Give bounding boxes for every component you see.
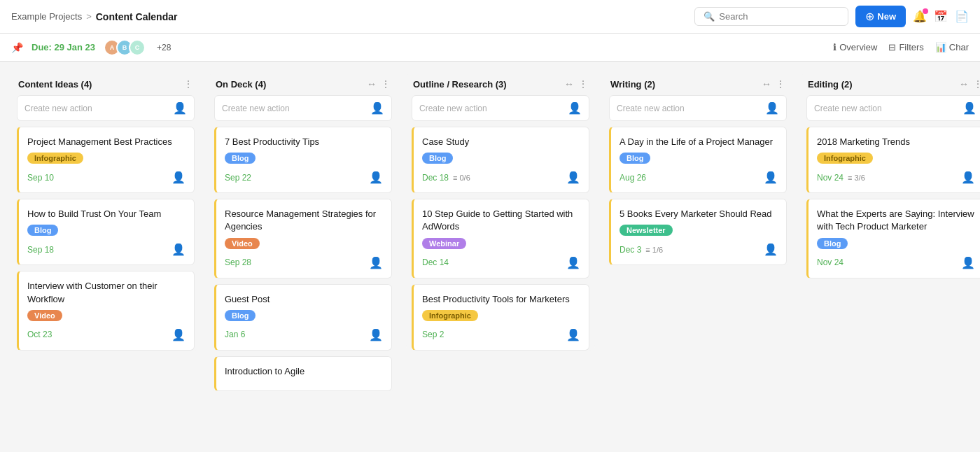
column-header: Editing (2) ↔ ⋮: [801, 73, 980, 95]
card-date: Sep 10: [27, 173, 54, 183]
filter-icon: ⊟: [888, 42, 896, 52]
column-header: Writing (2) ↔ ⋮: [603, 73, 792, 95]
card[interactable]: 2018 Marketing Trends Infographic Nov 24…: [806, 127, 980, 193]
resize-icon[interactable]: ↔: [367, 78, 377, 90]
card[interactable]: A Day in the Life of a Project Manager B…: [609, 127, 787, 193]
card-date: Sep 18: [27, 245, 54, 255]
more-icon[interactable]: ⋮: [973, 78, 980, 90]
card-title: Resource Management Strategies for Agenc…: [225, 208, 383, 233]
breadcrumb-parent[interactable]: Example Projects: [11, 11, 82, 22]
card-footer: Oct 23 👤: [27, 328, 186, 341]
column-actions[interactable]: ↔ ⋮: [367, 78, 391, 90]
card-title: 5 Books Every Marketer Should Read: [620, 208, 778, 220]
card-footer: Sep 22 👤: [225, 171, 383, 184]
resize-icon[interactable]: ↔: [959, 78, 969, 90]
column-actions[interactable]: ↔ ⋮: [564, 78, 588, 90]
create-action-label: Create new action: [419, 104, 487, 113]
card[interactable]: Resource Management Strategies for Agenc…: [214, 199, 392, 278]
subheader: 📌 Due: 29 Jan 23 A B C +28 ℹ Overview ⊟ …: [0, 34, 980, 62]
card-tag: Video: [27, 310, 62, 321]
card[interactable]: Case Study Blog Dec 18 ≡ 0/6 👤: [412, 127, 589, 193]
create-action-input[interactable]: Create new action 👤: [609, 95, 787, 121]
subheader-right: ℹ Overview ⊟ Filters 📊 Char: [833, 42, 969, 52]
cards-list: Project Management Best Practices Infogr…: [11, 127, 200, 351]
create-action-label: Create new action: [24, 104, 92, 113]
app-header: Example Projects > Content Calendar 🔍 ⊕ …: [0, 0, 980, 34]
document-button[interactable]: 📄: [955, 10, 969, 23]
filters-button[interactable]: ⊟ Filters: [888, 42, 923, 52]
card-user-icon: 👤: [369, 328, 383, 341]
card-footer: Sep 18 👤: [27, 243, 186, 256]
assign-icon: 👤: [765, 101, 779, 115]
cards-list: A Day in the Life of a Project Manager B…: [603, 127, 792, 265]
card-title: Project Management Best Practices: [27, 136, 186, 148]
resize-icon[interactable]: ↔: [564, 78, 574, 90]
card-title: 2018 Marketing Trends: [817, 136, 975, 148]
create-action-input[interactable]: Create new action 👤: [412, 95, 589, 121]
resize-icon[interactable]: ↔: [762, 78, 771, 90]
card-tag: Blog: [225, 153, 255, 164]
create-action-input[interactable]: Create new action 👤: [806, 95, 980, 121]
assign-icon: 👤: [568, 101, 582, 115]
chart-button[interactable]: 📊 Char: [935, 42, 969, 52]
card-footer: Aug 26 👤: [620, 171, 778, 184]
plus-icon: ⊕: [865, 10, 874, 23]
card[interactable]: Best Productivity Tools for Marketers In…: [412, 284, 589, 351]
card[interactable]: Introduction to Agile: [214, 356, 392, 391]
card-title: How to Build Trust On Your Team: [27, 208, 186, 220]
card[interactable]: Guest Post Blog Jan 6 👤: [214, 284, 392, 351]
search-input[interactable]: [719, 11, 839, 22]
card-footer: Dec 14 👤: [422, 256, 580, 269]
card[interactable]: What the Experts are Saying: Interview w…: [806, 199, 980, 278]
more-icon[interactable]: ⋮: [578, 78, 588, 90]
card-footer: Sep 2 👤: [422, 328, 580, 341]
card[interactable]: 5 Books Every Marketer Should Read Newsl…: [609, 199, 787, 265]
card-title: 10 Step Guide to Getting Started with Ad…: [422, 208, 580, 233]
card[interactable]: How to Build Trust On Your Team Blog Sep…: [17, 199, 195, 265]
card-user-icon: 👤: [566, 256, 580, 269]
card-user-icon: 👤: [172, 243, 186, 256]
card-date: Aug 26: [620, 173, 646, 183]
card-footer: Sep 10 👤: [27, 171, 186, 184]
column-0: Content Ideas (4) ⋮ Create new action 👤 …: [11, 73, 200, 351]
card-date: Oct 23: [27, 330, 52, 339]
card-tag: Webinar: [422, 238, 466, 249]
notifications-button[interactable]: 🔔: [913, 10, 927, 23]
search-box[interactable]: 🔍: [694, 7, 848, 26]
assign-icon: 👤: [173, 101, 187, 115]
card-footer: Sep 28 👤: [225, 256, 383, 269]
card-date: Sep 22: [225, 173, 251, 183]
card[interactable]: 7 Best Productivity Tips Blog Sep 22 👤: [214, 127, 392, 193]
new-button[interactable]: ⊕ New: [855, 6, 906, 27]
card-tag: Blog: [620, 153, 650, 164]
overview-label: Overview: [839, 42, 877, 52]
create-action-input[interactable]: Create new action 👤: [214, 95, 392, 121]
card-tag: Blog: [27, 225, 58, 236]
column-actions[interactable]: ↔ ⋮: [959, 78, 980, 90]
card-footer: Nov 24 ≡ 3/6 👤: [817, 171, 975, 184]
create-action-input[interactable]: Create new action 👤: [17, 95, 195, 121]
card-title: A Day in the Life of a Project Manager: [620, 136, 778, 148]
chart-label: Char: [949, 42, 969, 52]
card-title: Interview with Customer on their Workflo…: [27, 280, 186, 305]
card-user-icon: 👤: [369, 256, 383, 269]
more-icon[interactable]: ⋮: [183, 78, 193, 90]
card-title: Guest Post: [225, 293, 383, 306]
create-action-label: Create new action: [814, 104, 882, 113]
avatar-count: +28: [157, 43, 171, 52]
card[interactable]: Project Management Best Practices Infogr…: [17, 127, 195, 193]
overview-button[interactable]: ℹ Overview: [833, 42, 877, 52]
card[interactable]: 10 Step Guide to Getting Started with Ad…: [412, 199, 589, 278]
more-icon[interactable]: ⋮: [776, 78, 785, 90]
column-actions[interactable]: ↔ ⋮: [762, 78, 785, 90]
calendar-button[interactable]: 📅: [934, 10, 948, 23]
card-title: Best Productivity Tools for Marketers: [422, 293, 580, 306]
card-footer: Dec 18 ≡ 0/6 👤: [422, 171, 580, 184]
breadcrumb-current: Content Calendar: [96, 11, 178, 22]
card-tag: Blog: [422, 153, 453, 164]
header-right: 🔍 ⊕ New 🔔 📅 📄: [694, 6, 969, 27]
card-tag: Video: [225, 238, 260, 249]
card[interactable]: Interview with Customer on their Workflo…: [17, 271, 195, 350]
column-actions[interactable]: ⋮: [183, 78, 193, 90]
more-icon[interactable]: ⋮: [381, 78, 391, 90]
